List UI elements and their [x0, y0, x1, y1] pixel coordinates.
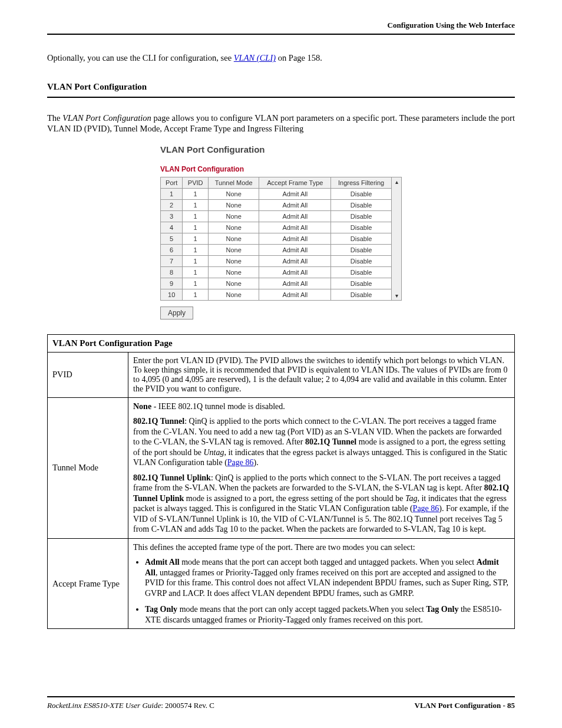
cell-accept[interactable]: Admit All [259, 255, 331, 266]
table-row: 21NoneAdmit AllDisable [161, 199, 392, 210]
cell-accept[interactable]: Admit All [259, 233, 331, 244]
intro-text: Optionally, you can use the CLI for conf… [47, 52, 515, 64]
cell-port: 10 [161, 289, 183, 300]
cell-port: 3 [161, 210, 183, 222]
table-row: 11NoneAdmit AllDisable [161, 188, 392, 199]
cell-tunnel[interactable]: None [208, 289, 259, 300]
row-tunnel-label: Tunnel Mode [48, 397, 128, 538]
cell-accept[interactable]: Admit All [259, 289, 331, 300]
cell-tunnel[interactable]: None [208, 210, 259, 222]
header-right: Configuration Using the Web Interface [47, 21, 515, 30]
footer-right: VLAN Port Configuration - 85 [415, 701, 515, 710]
cell-accept[interactable]: Admit All [259, 278, 331, 289]
desc-header: VLAN Port Configuration Page [48, 334, 515, 352]
cell-port: 6 [161, 244, 183, 255]
row-accept-label: Accept Frame Type [48, 538, 128, 629]
section-body: The VLAN Port Configuration page allows … [47, 113, 515, 134]
config-screenshot: VLAN Port Configuration VLAN Port Config… [160, 144, 402, 319]
scroll-up-icon[interactable]: ▴ [395, 179, 398, 185]
section-heading: VLAN Port Configuration [47, 82, 515, 92]
cell-port: 1 [161, 188, 183, 199]
cell-ingress[interactable]: Disable [331, 244, 392, 255]
th-tunnel: Tunnel Mode [208, 177, 259, 188]
cell-tunnel[interactable]: None [208, 278, 259, 289]
cell-pvid[interactable]: 1 [183, 255, 209, 266]
table-row: 51NoneAdmit AllDisable [161, 233, 392, 244]
cell-tunnel[interactable]: None [208, 266, 259, 278]
cell-accept[interactable]: Admit All [259, 222, 331, 233]
page86-link-1[interactable]: Page 86 [227, 458, 254, 467]
cell-ingress[interactable]: Disable [331, 188, 392, 199]
accept-bullet-1: Admit All mode means that the port can a… [145, 557, 510, 598]
cell-tunnel[interactable]: None [208, 199, 259, 210]
cell-port: 8 [161, 266, 183, 278]
cell-port: 7 [161, 255, 183, 266]
th-pvid: PVID [183, 177, 209, 188]
page86-link-2[interactable]: Page 86 [413, 504, 439, 513]
scroll-down-icon[interactable]: ▾ [395, 292, 398, 299]
apply-button[interactable]: Apply [160, 307, 193, 319]
cell-port: 4 [161, 222, 183, 233]
table-row: 91NoneAdmit AllDisable [161, 278, 392, 289]
config-table: Port PVID Tunnel Mode Accept Frame Type … [160, 177, 392, 301]
cell-accept[interactable]: Admit All [259, 244, 331, 255]
row-accept-text: This defines the accepted frame type of … [128, 538, 515, 629]
cell-port: 5 [161, 233, 183, 244]
cell-pvid[interactable]: 1 [183, 233, 209, 244]
description-table: VLAN Port Configuration Page PVID Enter … [47, 334, 515, 630]
cell-port: 9 [161, 278, 183, 289]
cell-ingress[interactable]: Disable [331, 222, 392, 233]
cell-tunnel[interactable]: None [208, 188, 259, 199]
cell-tunnel[interactable]: None [208, 244, 259, 255]
header-divider [47, 34, 515, 35]
cell-ingress[interactable]: Disable [331, 255, 392, 266]
row-tunnel-text: None - IEEE 802.1Q tunnel mode is disabl… [128, 397, 515, 538]
cell-tunnel[interactable]: None [208, 233, 259, 244]
footer-left: RocketLinx ES8510-XTE User Guide: 200057… [47, 701, 214, 710]
cell-port: 2 [161, 199, 183, 210]
section-divider [47, 97, 515, 98]
row-pvid-text: Enter the port VLAN ID (PVID). The PVID … [128, 352, 515, 397]
cell-tunnel[interactable]: None [208, 255, 259, 266]
cell-pvid[interactable]: 1 [183, 222, 209, 233]
scrollbar[interactable]: ▴ ▾ [392, 177, 402, 301]
cell-pvid[interactable]: 1 [183, 266, 209, 278]
th-port: Port [161, 177, 183, 188]
cell-accept[interactable]: Admit All [259, 210, 331, 222]
cell-pvid[interactable]: 1 [183, 244, 209, 255]
cell-ingress[interactable]: Disable [331, 278, 392, 289]
cell-ingress[interactable]: Disable [331, 266, 392, 278]
page-footer: RocketLinx ES8510-XTE User Guide: 200057… [47, 696, 515, 710]
table-row: 61NoneAdmit AllDisable [161, 244, 392, 255]
table-row: 31NoneAdmit AllDisable [161, 210, 392, 222]
screenshot-title: VLAN Port Configuration [160, 144, 402, 154]
cell-pvid[interactable]: 1 [183, 278, 209, 289]
cell-pvid[interactable]: 1 [183, 210, 209, 222]
table-row: 41NoneAdmit AllDisable [161, 222, 392, 233]
th-ingress: Ingress Filtering [331, 177, 392, 188]
cell-ingress[interactable]: Disable [331, 210, 392, 222]
cell-accept[interactable]: Admit All [259, 188, 331, 199]
cell-accept[interactable]: Admit All [259, 199, 331, 210]
cell-pvid[interactable]: 1 [183, 188, 209, 199]
th-accept: Accept Frame Type [259, 177, 331, 188]
cell-pvid[interactable]: 1 [183, 289, 209, 300]
cell-tunnel[interactable]: None [208, 222, 259, 233]
table-row: 101NoneAdmit AllDisable [161, 289, 392, 300]
cell-ingress[interactable]: Disable [331, 199, 392, 210]
vlan-cli-link[interactable]: VLAN (CLI) [234, 53, 276, 62]
table-row: 71NoneAdmit AllDisable [161, 255, 392, 266]
cell-ingress[interactable]: Disable [331, 289, 392, 300]
cell-pvid[interactable]: 1 [183, 199, 209, 210]
accept-bullet-2: Tag Only mode means that the port can on… [145, 604, 510, 625]
table-row: 81NoneAdmit AllDisable [161, 266, 392, 278]
screenshot-subtitle: VLAN Port Configuration [160, 165, 402, 173]
row-pvid-label: PVID [48, 352, 128, 397]
cell-ingress[interactable]: Disable [331, 233, 392, 244]
cell-accept[interactable]: Admit All [259, 266, 331, 278]
